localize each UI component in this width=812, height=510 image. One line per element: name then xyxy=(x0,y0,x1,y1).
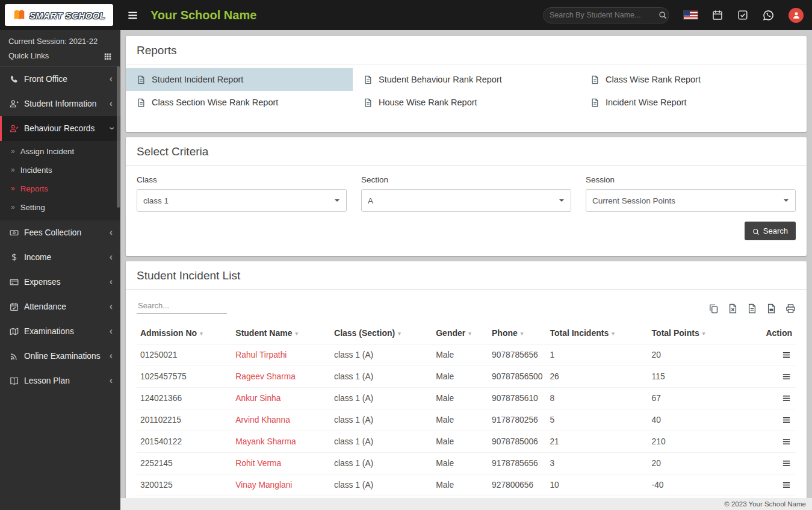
student-name-link[interactable]: Mayank Sharma xyxy=(235,437,296,446)
export-toolbar xyxy=(708,303,796,314)
top-navbar: SMART SCHOOL Your School Name xyxy=(0,0,812,30)
whatsapp-icon[interactable] xyxy=(763,10,774,21)
student-name-link[interactable]: Rageev Sharma xyxy=(235,372,296,381)
report-link-label: Student Incident Report xyxy=(152,75,243,84)
column-total-incidents[interactable]: Total Incidents▾ xyxy=(546,322,648,344)
sidebar-item-fees-collection[interactable]: Fees Collection ‹ xyxy=(0,220,120,245)
sidebar-subitem-setting[interactable]: » Setting xyxy=(0,198,120,217)
app-logo[interactable]: SMART SCHOOL xyxy=(5,4,113,26)
print-icon[interactable] xyxy=(786,303,796,314)
column-total-points[interactable]: Total Points▾ xyxy=(648,322,743,344)
sidebar-scrollbar[interactable] xyxy=(117,66,120,208)
quick-links[interactable]: Quick Links xyxy=(8,51,112,61)
student-name-link[interactable]: Rohit Verma xyxy=(235,459,281,468)
cell-gender: Male xyxy=(432,453,488,474)
column-phone[interactable]: Phone▾ xyxy=(488,322,546,344)
cell-total-incidents: 1 xyxy=(546,344,648,366)
chevron-left-icon: ‹ xyxy=(110,353,113,359)
sort-icon: ▾ xyxy=(295,331,298,337)
class-label: Class xyxy=(137,175,347,184)
session-select[interactable]: Current Session Points xyxy=(586,189,796,212)
column-student-name[interactable]: Student Name▾ xyxy=(232,322,330,344)
column-admission-no[interactable]: Admission No▾ xyxy=(137,322,232,344)
cell-total-points: 210 xyxy=(648,431,743,453)
sidebar-item-attendance[interactable]: Attendance ‹ xyxy=(0,294,120,319)
sidebar-subitem-incidents[interactable]: » Incidents xyxy=(0,161,120,179)
student-name-link[interactable]: Arvind Khanna xyxy=(235,415,290,424)
sort-icon: ▾ xyxy=(702,331,705,337)
sidebar-item-student-information[interactable]: Student Information ‹ xyxy=(0,92,120,116)
csv-icon[interactable] xyxy=(747,303,757,314)
sidebar-item-behaviour-records[interactable]: Behaviour Records ‹ xyxy=(0,116,120,141)
cell-total-incidents: 26 xyxy=(546,366,648,388)
reports-card: Reports Student Incident Report Student … xyxy=(126,36,807,132)
excel-icon[interactable] xyxy=(728,303,738,314)
report-link[interactable]: Class Wise Rank Report xyxy=(580,68,807,91)
sidebar-item-expenses[interactable]: Expenses ‹ xyxy=(0,270,120,294)
search-icon[interactable] xyxy=(652,11,669,19)
cell-total-incidents: 10 xyxy=(546,474,648,496)
reports-title: Reports xyxy=(137,44,177,57)
sidebar-item-income[interactable]: Income ‹ xyxy=(0,245,120,270)
table-search-input[interactable] xyxy=(137,298,227,314)
cell-gender: Male xyxy=(432,388,488,409)
row-action-menu-icon[interactable] xyxy=(781,414,792,426)
report-link[interactable]: Class Section Wise Rank Report xyxy=(126,91,353,114)
search-button[interactable]: Search xyxy=(745,222,796,240)
user-check-icon xyxy=(10,124,24,133)
sidebar-item-front-office[interactable]: Front Office ‹ xyxy=(0,67,120,92)
report-link[interactable]: Student Incident Report xyxy=(126,68,353,91)
file-text-icon xyxy=(590,75,600,84)
report-link[interactable]: House Wise Rank Report xyxy=(353,91,580,114)
report-link[interactable]: Incident Wise Report xyxy=(580,91,807,114)
class-field: Class class 1 xyxy=(137,175,347,212)
column-action: Action xyxy=(743,322,796,344)
sidebar-item-label: Front Office xyxy=(24,75,110,84)
student-name-link[interactable]: Ankur Sinha xyxy=(235,394,280,403)
student-search-input[interactable] xyxy=(544,11,652,19)
page-footer: © 2023 Your School Name xyxy=(120,498,812,510)
row-action-menu-icon[interactable] xyxy=(781,436,792,447)
row-action-menu-icon[interactable] xyxy=(781,458,792,469)
subitem-label: Reports xyxy=(20,184,48,193)
sidebar-item-lesson-plan[interactable]: Lesson Plan ‹ xyxy=(0,369,120,393)
row-action-menu-icon[interactable] xyxy=(781,393,792,404)
cell-total-points: 20 xyxy=(648,453,743,474)
student-name-link[interactable]: Rahul Tirpathi xyxy=(235,350,287,359)
row-action-menu-icon[interactable] xyxy=(781,479,792,491)
quick-links-label: Quick Links xyxy=(8,51,49,60)
file-text-icon xyxy=(137,98,146,107)
book-logo-icon xyxy=(13,8,26,22)
class-select[interactable]: class 1 xyxy=(137,189,347,212)
cell-admission-no: 2252145 xyxy=(137,453,232,474)
sidebar-item-online-examinations[interactable]: Online Examinations ‹ xyxy=(0,344,120,369)
cell-phone: 9178785656 xyxy=(488,453,546,474)
copyright-text: © 2023 Your School Name xyxy=(724,500,806,508)
row-action-menu-icon[interactable] xyxy=(781,349,792,361)
column-gender[interactable]: Gender▾ xyxy=(432,322,488,344)
us-flag-icon[interactable] xyxy=(684,11,698,19)
user-avatar[interactable] xyxy=(789,8,804,23)
copy-icon[interactable] xyxy=(708,303,719,314)
sidebar-item-examinations[interactable]: Examinations ‹ xyxy=(0,319,120,344)
tasks-icon[interactable] xyxy=(737,10,748,20)
user-plus-icon xyxy=(10,99,24,108)
section-select[interactable]: A xyxy=(361,189,571,212)
report-link[interactable]: Student Behaviour Rank Report xyxy=(353,68,580,91)
cell-admission-no: 01250021 xyxy=(137,344,232,366)
calendar-icon[interactable] xyxy=(712,10,723,20)
chevron-left-icon: ‹ xyxy=(110,378,113,384)
cell-gender: Male xyxy=(432,409,488,431)
table-row: 3200125 Vinay Manglani class 1 (A) Male … xyxy=(137,474,796,496)
incident-table: Admission No▾ Student Name▾ Class (Secti… xyxy=(137,322,796,510)
table-row: 2252145 Rohit Verma class 1 (A) Male 917… xyxy=(137,453,796,474)
cell-phone: 9078785006 xyxy=(488,431,546,453)
row-action-menu-icon[interactable] xyxy=(781,371,792,382)
pdf-icon[interactable] xyxy=(766,303,776,314)
student-name-link[interactable]: Vinay Manglani xyxy=(235,480,292,490)
menu-icon[interactable] xyxy=(127,10,138,21)
sidebar-subitem-reports[interactable]: » Reports xyxy=(0,179,120,198)
sidebar-subitem-assign-incident[interactable]: » Assign Incident xyxy=(0,142,120,161)
column-class-section[interactable]: Class (Section)▾ xyxy=(330,322,432,344)
cell-total-incidents: 3 xyxy=(546,453,648,474)
